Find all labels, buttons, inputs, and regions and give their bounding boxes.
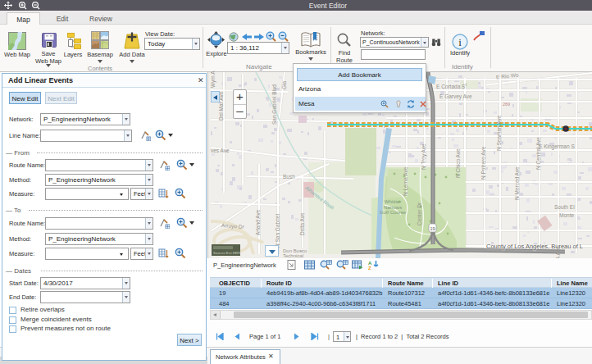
svg-text:i: i	[458, 36, 462, 48]
svg-text:A: A	[368, 261, 372, 266]
svg-text:19: 19	[430, 226, 435, 231]
svg-text:Z: Z	[368, 266, 371, 270]
